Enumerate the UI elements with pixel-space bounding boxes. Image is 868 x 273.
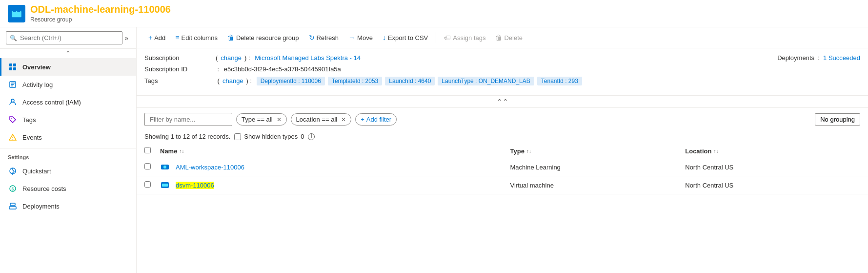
sidebar-item-resource-costs[interactable]: $ Resource costs (0, 180, 136, 197)
toolbar-divider (436, 32, 436, 43)
row-0-location-col: North Central US (685, 164, 860, 171)
tag-badge-0: DeploymentId : 110006 (257, 77, 325, 85)
assign-tags-button[interactable]: 🏷 Assign tags (440, 31, 489, 44)
tag-badge-2: LaunchId : 4640 (385, 77, 435, 85)
sidebar-search-container: 🔍 » (0, 27, 136, 49)
column-header-location: Location ↑↓ (685, 147, 860, 155)
row-1-resource-icon (160, 180, 170, 190)
svg-rect-24 (162, 184, 168, 187)
row-0-name-link[interactable]: AML-workspace-110006 (176, 164, 244, 171)
row-0-location-value: North Central US (685, 164, 733, 171)
svg-rect-2 (17, 9, 20, 12)
svg-text:$: $ (12, 187, 14, 191)
delete-rg-button[interactable]: 🗑 Delete resource group (223, 31, 303, 44)
deployments-info: Deployments : 1 Succeeded (777, 54, 860, 62)
deployments-count-link[interactable]: 1 Succeeded (823, 54, 860, 62)
iam-icon (8, 97, 18, 107)
svg-rect-5 (9, 67, 12, 70)
add-button[interactable]: + Add (144, 31, 169, 44)
row-0-checkbox-col (144, 163, 160, 171)
type-filter-chip[interactable]: Type == all ✕ (236, 113, 287, 126)
move-button[interactable]: → Move (344, 31, 377, 44)
sidebar-nav: Overview Activity log Access control (IA… (0, 58, 136, 273)
subscription-change-link[interactable]: change (221, 54, 242, 62)
header-text: ODL-machine-learning-110006 Resource gro… (30, 4, 171, 23)
delete-rg-icon: 🗑 (227, 34, 234, 42)
sidebar-item-events[interactable]: Events (0, 128, 136, 146)
row-1-type-col: Virtual machine (510, 182, 686, 189)
location-filter-label: Location == all (296, 116, 338, 123)
add-filter-button[interactable]: + Add filter (355, 113, 397, 126)
svg-point-12 (11, 118, 12, 119)
svg-rect-19 (9, 207, 16, 209)
sidebar-item-activity-log[interactable]: Activity log (0, 76, 136, 93)
type-sort-icon[interactable]: ↑↓ (526, 148, 531, 154)
page-subtitle: Resource group (30, 16, 171, 23)
refresh-button[interactable]: ↻ Refresh (305, 31, 343, 44)
row-0-checkbox[interactable] (144, 163, 151, 169)
sidebar-item-events-label: Events (22, 134, 42, 141)
location-filter-clear-button[interactable]: ✕ (341, 116, 346, 123)
search-input[interactable] (6, 31, 122, 44)
tag-badge-1: TemplateId : 2053 (328, 77, 382, 85)
edit-columns-icon: ≡ (175, 34, 179, 42)
edit-columns-button[interactable]: ≡ Edit columns (171, 31, 222, 44)
column-header-name: Name ↑↓ (160, 147, 510, 155)
hidden-types-info-icon[interactable]: i (308, 133, 315, 140)
row-1-checkbox-col (144, 181, 160, 189)
subscription-label: Subscription (144, 54, 213, 62)
sidebar-item-quickstart[interactable]: Quickstart (0, 162, 136, 180)
sidebar-item-tags[interactable]: Tags (0, 111, 136, 128)
row-1-name-link[interactable]: dsvm-110006 (176, 182, 214, 189)
tags-row: Tags ( change ) : DeploymentId : 110006 … (144, 77, 860, 85)
table-row: AML-workspace-110006 Machine Learning No… (137, 158, 868, 176)
row-1-type-value: Virtual machine (510, 182, 554, 189)
show-hidden-types-checkbox[interactable] (234, 133, 241, 140)
tags-list: DeploymentId : 110006 TemplateId : 2053 … (257, 77, 582, 85)
show-hidden-types-label[interactable]: Show hidden types 0 (234, 133, 304, 140)
deployments-icon (8, 201, 18, 211)
sidebar-item-overview[interactable]: Overview (0, 58, 136, 76)
row-1-checkbox[interactable] (144, 181, 151, 188)
name-sort-icon[interactable]: ↑↓ (179, 148, 184, 154)
collapse-row[interactable]: ⌃⌃ (137, 96, 868, 108)
sidebar-item-activity-log-label: Activity log (22, 81, 53, 88)
location-filter-chip[interactable]: Location == all ✕ (291, 113, 352, 126)
sidebar-item-deployments[interactable]: Deployments (0, 197, 136, 215)
subscription-row: Subscription ( change ) : Microsoft Mana… (144, 54, 777, 62)
settings-section-label: Settings (0, 150, 136, 162)
type-filter-clear-button[interactable]: ✕ (277, 116, 282, 123)
export-icon: ↓ (383, 34, 386, 42)
main-content: + Add ≡ Edit columns 🗑 Delete resource g… (137, 27, 868, 273)
no-grouping-button[interactable]: No grouping (815, 113, 860, 126)
overview-icon (8, 62, 18, 72)
subscription-id-value: e5c3bb0d-3f29-4ec5-a378-50445901fa5a (224, 65, 341, 73)
collapse-sidebar-button[interactable]: » (122, 32, 130, 44)
svg-point-15 (12, 139, 13, 140)
location-sort-icon[interactable]: ↑↓ (713, 148, 718, 154)
filter-name-input[interactable] (144, 113, 232, 126)
sidebar-item-iam[interactable]: Access control (IAM) (0, 93, 136, 111)
column-header-type: Type ↑↓ (510, 147, 686, 155)
refresh-icon: ↻ (309, 34, 315, 42)
svg-rect-6 (13, 67, 16, 70)
tag-badge-3: LaunchType : ON_DEMAND_LAB (438, 77, 534, 85)
resource-info: Subscription ( change ) : Microsoft Mana… (137, 48, 868, 96)
svg-point-22 (163, 166, 166, 168)
sidebar-item-tags-label: Tags (22, 116, 36, 124)
sidebar: 🔍 » ⌃ Overview Activity lo (0, 27, 137, 273)
tags-change-link[interactable]: change (222, 77, 243, 84)
tags-label: Tags (144, 77, 213, 84)
assign-tags-icon: 🏷 (444, 34, 451, 42)
table-row: dsvm-110006 Virtual machine North Centra… (137, 176, 868, 194)
row-0-type-value: Machine Learning (510, 164, 561, 171)
subscription-name-link[interactable]: Microsoft Managed Labs Spektra - 14 (255, 54, 361, 62)
nav-scroll-up[interactable]: ⌃ (0, 49, 136, 58)
select-all-checkbox[interactable] (144, 147, 151, 153)
sidebar-item-resource-costs-label: Resource costs (22, 185, 66, 192)
delete-button[interactable]: 🗑 Delete (491, 31, 526, 44)
page-title: ODL-machine-learning-110006 (30, 4, 171, 15)
export-button[interactable]: ↓ Export to CSV (379, 31, 432, 44)
svg-rect-3 (9, 63, 12, 66)
filter-bar: Type == all ✕ Location == all ✕ + Add fi… (137, 108, 868, 131)
